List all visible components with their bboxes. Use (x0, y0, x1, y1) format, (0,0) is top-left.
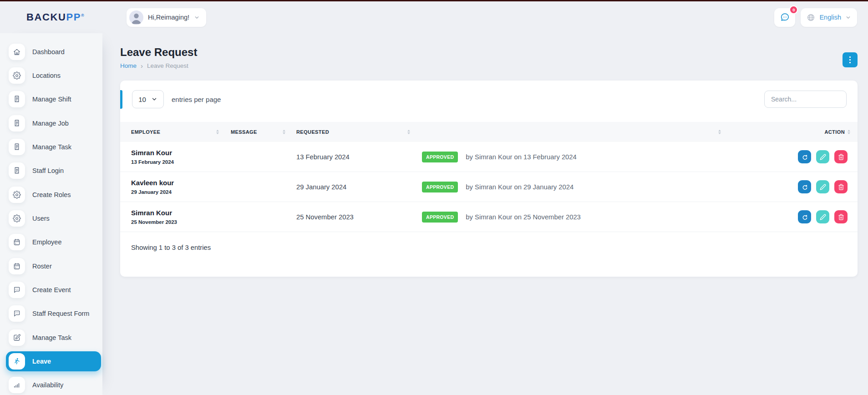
receipt-icon (9, 91, 25, 107)
breadcrumb-separator: › (141, 62, 143, 70)
sidebar-item-label: Locations (32, 72, 61, 79)
breadcrumb: Home › Leave Request (120, 62, 197, 70)
calendar-icon (9, 234, 25, 250)
sidebar-item-manage-job[interactable]: Manage Job (6, 113, 101, 133)
sidebar-item-label: Manage Job (32, 120, 69, 127)
entries-value: 10 (138, 96, 146, 103)
requested-date: 29 January 2024 (296, 183, 422, 191)
bar-chart-icon (9, 377, 25, 393)
breadcrumb-current: Leave Request (147, 62, 188, 69)
status-badge: APPROVED (422, 152, 458, 162)
edit-action-button[interactable] (816, 150, 829, 163)
sort-icon[interactable] (848, 130, 850, 134)
receipt-icon (9, 139, 25, 155)
sidebar-item-label: Users (32, 215, 50, 222)
sidebar-item-locations[interactable]: Locations (6, 66, 101, 86)
card-accent-bar (120, 90, 122, 109)
approved-by-text: by Simran Kour on 13 February 2024 (466, 153, 576, 161)
sort-icon[interactable] (216, 130, 219, 134)
user-avatar (129, 10, 143, 25)
sidebar-item-manage-shift[interactable]: Manage Shift (6, 90, 101, 110)
redo-arrow-icon (802, 214, 808, 220)
sidebar-item-create-roles[interactable]: Create Roles (6, 185, 101, 205)
chevron-down-icon (845, 15, 851, 20)
sidebar-item-label: Dashboard (32, 48, 65, 56)
notifications-button[interactable]: 0 (774, 8, 795, 27)
main-content: Leave Request Home › Leave Request 10 en… (102, 33, 868, 395)
pencil-icon (820, 214, 826, 220)
language-selector[interactable]: English (801, 8, 857, 27)
refresh-action-button[interactable] (798, 150, 811, 163)
sidebar-item-label: Manage Task (32, 334, 71, 341)
trash-icon (838, 184, 844, 190)
brand-text-blue: PP (66, 11, 81, 23)
table-header-row: EMPLOYEE MESSAGE REQUESTED ACTION (120, 122, 858, 142)
search-input[interactable] (764, 91, 847, 108)
refresh-action-button[interactable] (798, 180, 811, 193)
sidebar-item-label: Manage Shift (32, 96, 71, 103)
employee-name: Simran Kour (131, 149, 172, 157)
breadcrumb-home-link[interactable]: Home (120, 62, 137, 69)
employee-leave-date: 25 November 2023 (131, 219, 177, 225)
chevron-down-icon (151, 96, 157, 102)
chat-icon (9, 282, 25, 298)
delete-action-button[interactable] (834, 180, 848, 193)
approved-by-text: by Simran Kour on 25 November 2023 (466, 213, 581, 221)
entries-per-page-select[interactable]: 10 (132, 90, 164, 108)
sidebar-item-staff-request-form[interactable]: Staff Request Form (6, 304, 101, 324)
page-options-button[interactable] (843, 52, 858, 67)
user-menu[interactable]: Hi,Reimaging! (127, 8, 206, 27)
sidebar-item-label: Create Roles (32, 191, 71, 198)
calendar-icon (9, 258, 25, 274)
sidebar-item-label: Staff Request Form (32, 310, 89, 317)
brand-logo: BACKUPP® (0, 11, 102, 23)
page-title: Leave Request (120, 46, 197, 59)
sidebar-item-availability[interactable]: Availability (6, 375, 101, 395)
user-greeting: Hi,Reimaging! (148, 14, 189, 21)
person-icon (9, 353, 25, 370)
requested-date: 13 February 2024 (296, 153, 422, 161)
sort-icon[interactable] (283, 130, 285, 134)
employee-name: Simran Kour (131, 209, 172, 217)
sidebar-item-staff-login[interactable]: Staff Login (6, 161, 101, 181)
sidebar-item-manage-task-2[interactable]: Manage Task (6, 328, 101, 348)
chevron-down-icon (194, 15, 200, 20)
delete-action-button[interactable] (834, 150, 848, 163)
sidebar-item-label: Roster (32, 263, 52, 270)
sort-icon[interactable] (407, 130, 410, 134)
trash-icon (838, 214, 844, 220)
edit-action-button[interactable] (816, 180, 829, 193)
table-row: Simran Kour 25 November 2023 25 November… (120, 202, 858, 232)
sidebar-item-users[interactable]: Users (6, 208, 101, 228)
sidebar-item-create-event[interactable]: Create Event (6, 280, 101, 300)
employee-name: Kavleen kour (131, 179, 174, 187)
chat-icon (9, 305, 25, 322)
column-header-action: ACTION (824, 129, 845, 135)
edit-icon (9, 329, 25, 346)
sort-icon[interactable] (718, 130, 721, 134)
edit-action-button[interactable] (816, 210, 829, 223)
sidebar-item-manage-task[interactable]: Manage Task (6, 137, 101, 157)
home-icon (9, 44, 25, 60)
sidebar: Dashboard Locations Manage Shift Manage … (0, 33, 102, 395)
sidebar-item-label: Staff Login (32, 167, 64, 174)
column-header-requested: REQUESTED (296, 129, 329, 135)
topbar: BACKUPP® Hi,Reimaging! 0 English (0, 1, 868, 33)
leave-request-card: 10 entries per page EMPLOYEE MESSAGE (120, 81, 858, 277)
approved-by-text: by Simran Kour on 29 January 2024 (466, 183, 574, 191)
entries-per-page-label: entries per page (172, 96, 221, 103)
pencil-icon (820, 184, 826, 190)
gear-icon (9, 67, 25, 84)
column-header-employee: EMPLOYEE (131, 129, 160, 135)
brand-registered-mark: ® (81, 13, 84, 18)
refresh-action-button[interactable] (798, 210, 811, 223)
pencil-icon (820, 154, 826, 160)
sidebar-item-employee[interactable]: Employee (6, 233, 101, 253)
sidebar-item-roster[interactable]: Roster (6, 256, 101, 276)
table-row: Kavleen kour 29 January 2024 29 January … (120, 172, 858, 202)
receipt-icon (9, 162, 25, 179)
delete-action-button[interactable] (834, 210, 848, 223)
status-badge: APPROVED (422, 212, 458, 223)
sidebar-item-leave[interactable]: Leave (6, 351, 101, 371)
sidebar-item-dashboard[interactable]: Dashboard (6, 42, 101, 62)
